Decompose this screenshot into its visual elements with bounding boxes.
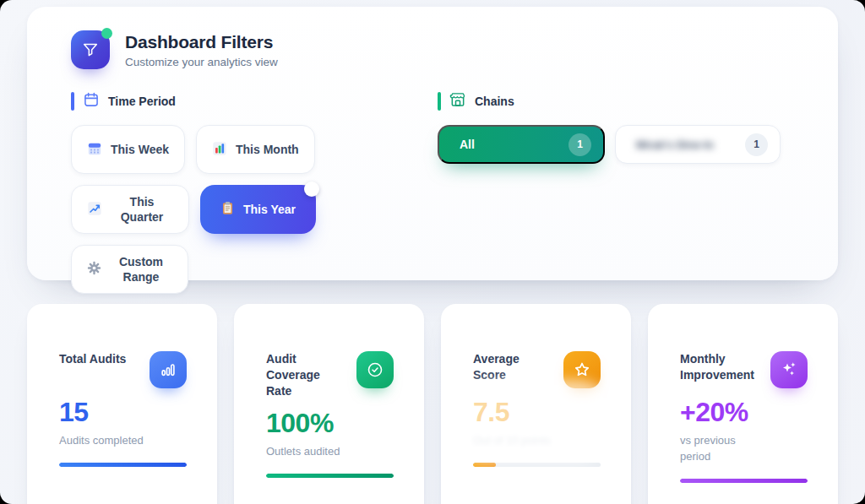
stats-row: Total Audits 15 Audits completed Audit C… (27, 304, 838, 504)
time-period-label: Time Period (108, 95, 176, 108)
time-period-section: Time Period (71, 91, 426, 294)
stat-title: Total Audits (59, 351, 126, 367)
status-dot (101, 28, 112, 39)
stat-sublabel: Outlets audited (266, 444, 355, 460)
stat-card-total-audits: Total Audits 15 Audits completed (27, 304, 217, 504)
stat-title: Monthly Improvement (680, 351, 760, 383)
stat-card-average-score: Average Score 7.5 Out of 10 points (441, 304, 631, 504)
time-button-this-quarter[interactable]: This Quarter (71, 185, 189, 234)
stat-title: Average Score (473, 351, 553, 383)
chain-button-redacted[interactable]: Mirak's Dine-In 1 (615, 125, 781, 164)
time-button-label: This Quarter (111, 194, 173, 225)
time-button-label: Custom Range (110, 254, 172, 285)
calendar-outline-icon (83, 91, 100, 111)
chain-button-all[interactable]: All 1 (438, 125, 605, 164)
storefront-icon (449, 91, 466, 111)
time-period-buttons: This Week This Month (71, 125, 426, 294)
accent-bar (438, 92, 441, 111)
stat-sublabel-redacted: Out of 10 points (473, 433, 562, 449)
stat-value: +20% (680, 397, 808, 428)
filter-card-header: Dashboard Filters Customize your analyti… (71, 30, 794, 69)
funnel-icon (71, 30, 110, 69)
chain-label-redacted: Mirak's Dine-In (636, 138, 714, 151)
time-button-this-week[interactable]: This Week (71, 125, 185, 174)
progress-bar (680, 479, 808, 483)
sparkles-icon (770, 351, 808, 388)
clipboard-icon (220, 201, 235, 218)
progress-track (473, 463, 601, 467)
chains-section: Chains All 1 Mirak's Dine-In 1 (438, 91, 794, 294)
progress-bar (266, 474, 394, 478)
chains-label: Chains (475, 95, 514, 108)
progress-track (59, 463, 187, 467)
count-badge: 1 (745, 133, 768, 156)
stat-sublabel: Audits completed (59, 433, 148, 449)
time-button-custom-range[interactable]: Custom Range (71, 245, 188, 294)
bar-chart-icon (150, 351, 187, 388)
stat-card-monthly-improvement: Monthly Improvement +20% vs previous per… (648, 304, 838, 504)
accent-bar (71, 92, 74, 111)
stat-card-audit-coverage: Audit Coverage Rate 100% Outlets audited (234, 304, 424, 504)
page-title: Dashboard Filters (125, 31, 278, 52)
time-button-this-year[interactable]: This Year (200, 185, 316, 234)
progress-bar (473, 463, 496, 467)
filter-card-titles: Dashboard Filters Customize your analyti… (125, 31, 278, 68)
check-circle-icon (356, 351, 394, 388)
progress-track (266, 474, 394, 478)
bar-chart-icon (212, 141, 227, 159)
count-badge: 1 (569, 133, 591, 156)
stat-sublabel: vs previous period (680, 433, 769, 465)
time-button-label: This Year (243, 202, 296, 217)
stat-value: 15 (59, 397, 187, 428)
time-button-label: This Month (236, 142, 299, 157)
page-subtitle: Customize your analytics view (125, 56, 278, 68)
stat-value: 100% (266, 408, 394, 439)
star-icon (563, 351, 601, 388)
stat-value: 7.5 (473, 397, 601, 428)
calendar-grid-icon (87, 141, 102, 159)
time-button-label: This Week (111, 142, 169, 157)
dashboard-filters-card: Dashboard Filters Customize your analyti… (27, 7, 838, 280)
chain-buttons: All 1 Mirak's Dine-In 1 (438, 125, 794, 164)
progress-bar (59, 463, 187, 467)
trend-up-icon (87, 201, 102, 219)
progress-track (680, 479, 808, 483)
gear-icon (87, 261, 101, 278)
chain-label: All (460, 138, 475, 151)
stat-title: Audit Coverage Rate (266, 351, 346, 399)
dashboard-page: Dashboard Filters Customize your analyti… (0, 0, 865, 504)
selected-dot (304, 182, 319, 197)
time-button-this-month[interactable]: This Month (196, 125, 315, 174)
